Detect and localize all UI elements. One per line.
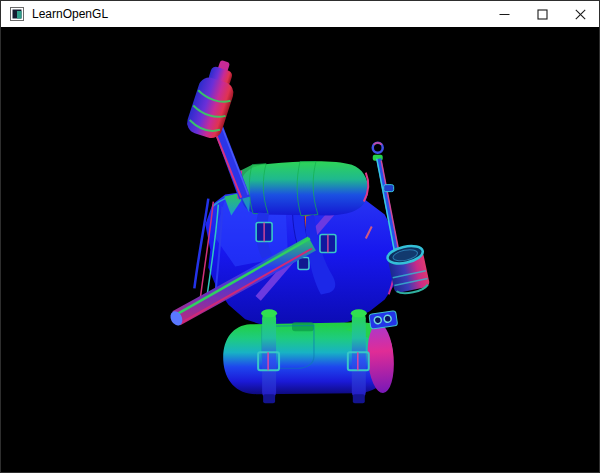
window-title: LearnOpenGL xyxy=(32,1,108,27)
top-roll xyxy=(238,161,368,215)
close-icon xyxy=(575,9,586,20)
bottom-roll xyxy=(223,320,396,394)
app-icon xyxy=(10,7,24,21)
maximize-icon xyxy=(537,9,548,20)
opengl-viewport[interactable] xyxy=(1,27,599,472)
normals-render xyxy=(1,27,599,472)
minimize-icon xyxy=(499,9,510,20)
app-window: LearnOpenGL xyxy=(0,0,600,473)
close-button[interactable] xyxy=(561,1,599,27)
snap-plate xyxy=(369,311,398,330)
minimize-button[interactable] xyxy=(485,1,523,27)
titlebar[interactable]: LearnOpenGL xyxy=(1,1,599,27)
maximize-button[interactable] xyxy=(523,1,561,27)
